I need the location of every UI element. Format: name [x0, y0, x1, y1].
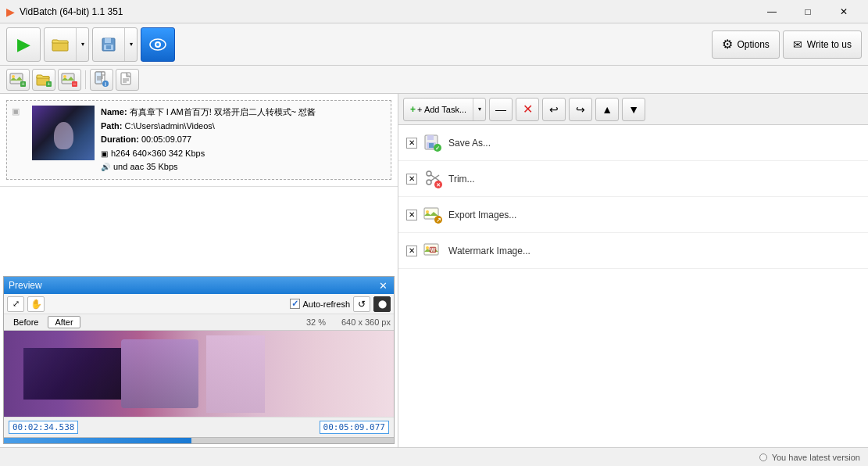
redo-icon: ↪ — [576, 103, 585, 116]
svg-rect-34 — [429, 143, 434, 148]
task-item: ✕ W Watermark Image... — [398, 233, 868, 269]
dimensions-info: 640 x 360 px — [341, 317, 391, 327]
task-label-4: Watermark Image... — [448, 246, 530, 256]
svg-text:W: W — [430, 247, 436, 253]
zoom-level: 32 % — [306, 317, 326, 327]
task-label-2: Trim... — [448, 174, 475, 185]
svg-text:+: + — [21, 81, 25, 88]
task-item: ✕ ✕ Trim... — [398, 161, 868, 197]
open-main-button[interactable] — [45, 28, 76, 61]
preview-button[interactable] — [141, 27, 175, 62]
up-icon: ▲ — [602, 103, 613, 116]
progress-bar-container[interactable] — [4, 437, 394, 443]
task-checkbox-2[interactable]: ✕ — [406, 174, 417, 185]
refresh-button[interactable]: ↺ — [353, 296, 370, 312]
path-label: Path: — [101, 121, 125, 131]
hand-tool-button[interactable]: ✋ — [27, 296, 45, 312]
save-icon — [101, 37, 116, 52]
preview-controls: ⤢ ✋ ✓ Auto-refresh ↺ ⬤ — [4, 294, 394, 314]
minimize-button[interactable]: — — [754, 0, 790, 23]
zoom-fit-button[interactable]: ⤢ — [7, 296, 24, 312]
separator — [85, 70, 86, 89]
video-codec: h264 640×360 342 Kbps — [111, 147, 205, 161]
open-button-group: ▾ — [44, 27, 89, 62]
svg-rect-2 — [105, 38, 111, 43]
eye-icon — [149, 38, 166, 52]
task-icon-trim: ✕ — [423, 170, 442, 188]
file-path: C:\Users\admin\Videos\ — [125, 121, 215, 131]
save-main-button[interactable] — [93, 28, 124, 61]
frame-inner — [23, 348, 121, 400]
svg-text:✕: ✕ — [436, 182, 441, 188]
add-task-arrow-button[interactable]: ▾ — [473, 99, 485, 120]
file-info-button[interactable]: i — [90, 69, 113, 91]
write-to-us-label: Write to us — [807, 39, 852, 50]
remove-task-button[interactable]: — — [489, 98, 513, 121]
delete-icon: ✕ — [523, 102, 533, 116]
tab-after[interactable]: After — [48, 316, 80, 328]
task-checkbox-4[interactable]: ✕ — [406, 246, 417, 256]
file-info-text: Name: 有真章下 I AM首百万! 双塔开启二人转模式~ 怼酱 Path: … — [101, 106, 316, 174]
write-to-us-button[interactable]: ✉ Write to us — [783, 30, 862, 59]
preview-header: Preview ✕ — [4, 277, 394, 294]
task-checkbox-3[interactable]: ✕ — [406, 210, 417, 220]
play-button[interactable]: ▶ — [6, 27, 41, 62]
open-arrow-button[interactable]: ▾ — [76, 28, 88, 61]
svg-rect-4 — [106, 45, 111, 49]
svg-text:i: i — [105, 81, 106, 87]
settings-icon: ⬤ — [378, 299, 387, 308]
second-toolbar: + + − i — [0, 66, 868, 94]
file-icon-area: ▣ — [12, 106, 26, 174]
frame-element-3 — [23, 348, 121, 400]
preview-tabs-bar: Before After 32 % 640 x 360 px — [4, 314, 394, 331]
preview-image-area — [4, 331, 394, 417]
task-icon-export: ↗ — [423, 206, 442, 224]
task-item: ✕ ✓ Save As... — [398, 125, 868, 161]
file-frame-icon: ▣ — [12, 106, 20, 116]
svg-point-44 — [426, 210, 429, 213]
main-toolbar: ▶ ▾ ▾ ⚙ Op — [0, 23, 868, 66]
move-up-button[interactable]: ▲ — [595, 98, 619, 121]
svg-text:+: + — [47, 81, 51, 88]
gear-icon: ⚙ — [722, 37, 733, 52]
status-bar: You have latest version — [0, 447, 868, 466]
folder-icon — [52, 38, 69, 52]
left-panel: ▣ Name: 有真章下 I AM首百万! 双塔开启二人转模式~ 怼酱 Path… — [0, 94, 398, 447]
move-down-button[interactable]: ▼ — [622, 98, 645, 121]
svg-point-7 — [156, 43, 159, 46]
app-icon: ▶ — [6, 5, 15, 18]
undo-button[interactable]: ↩ — [542, 98, 566, 121]
maximize-button[interactable]: □ — [790, 0, 826, 23]
add-folder-button[interactable]: + — [32, 69, 55, 91]
task-label-3: Export Images... — [448, 210, 516, 220]
plus-icon: + — [410, 104, 416, 115]
status-message: You have latest version — [772, 453, 860, 462]
close-button[interactable]: ✕ — [826, 0, 862, 23]
add-task-button-group: + + Add Task... ▾ — [403, 98, 486, 121]
undo-icon: ↩ — [549, 103, 559, 116]
svg-text:✓: ✓ — [435, 145, 440, 151]
redo-button[interactable]: ↪ — [569, 98, 592, 121]
preview-title: Preview — [9, 280, 42, 291]
minus-icon: — — [495, 103, 506, 116]
task-item: ✕ ↗ Export Images... — [398, 197, 868, 233]
save-arrow-button[interactable]: ▾ — [124, 28, 137, 61]
add-image-button[interactable]: + — [6, 69, 30, 91]
add-task-main-button[interactable]: + + Add Task... — [404, 99, 473, 120]
task-checkbox-1[interactable]: ✕ — [406, 138, 417, 149]
frame-element-2 — [206, 335, 265, 413]
tab-before[interactable]: Before — [7, 317, 45, 328]
remove-image-button[interactable]: − — [58, 69, 81, 91]
app-title: VidBatch (64-bit) 1.1 351 — [20, 6, 123, 17]
preview-image — [4, 331, 394, 417]
delete-task-button[interactable]: ✕ — [516, 98, 539, 121]
settings-button[interactable]: ⬤ — [373, 296, 391, 312]
svg-text:−: − — [73, 81, 77, 88]
auto-refresh-checkbox[interactable]: ✓ — [290, 299, 300, 309]
svg-rect-21 — [102, 72, 105, 75]
file-open-button[interactable] — [116, 69, 139, 91]
video-codec-icon: ▣ — [101, 148, 108, 160]
preview-close-button[interactable]: ✕ — [377, 280, 389, 292]
start-time: 00:02:34.538 — [9, 421, 78, 434]
options-button[interactable]: ⚙ Options — [712, 30, 780, 59]
